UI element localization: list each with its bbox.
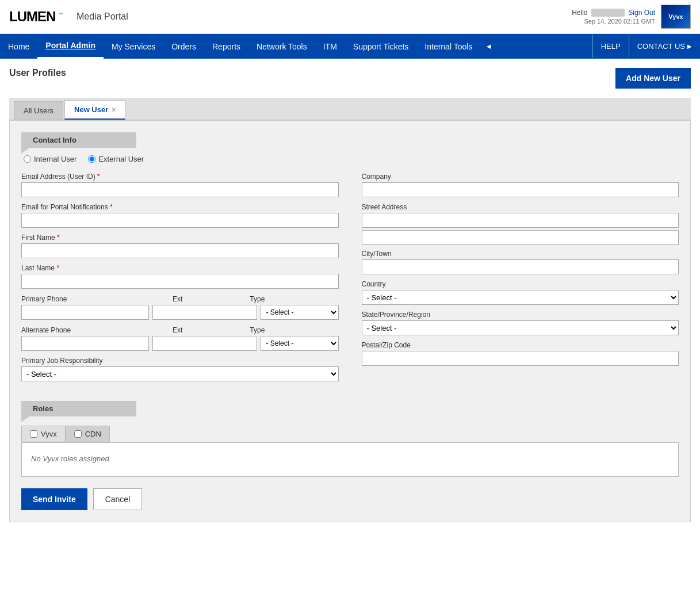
primary-phone-group: Primary Phone Ext Type - Select - (21, 294, 339, 320)
postal-label: Postal/Zip Code (362, 341, 679, 349)
form-container: Contact Info Internal User External User (9, 120, 691, 522)
type-label-primary: Type (250, 295, 265, 303)
nav-item-support-tickets[interactable]: Support Tickets (345, 35, 417, 58)
ext-label-alt: Ext (173, 326, 182, 334)
external-user-radio-label[interactable]: External User (88, 155, 144, 163)
tab-new-user[interactable]: New User × (64, 100, 125, 120)
company-input[interactable] (362, 182, 679, 197)
primary-phone-label: Primary Phone (21, 295, 67, 303)
job-resp-select[interactable]: - Select - (21, 366, 339, 381)
job-resp-group: Primary Job Responsibility - Select - (21, 357, 339, 381)
last-name-input[interactable] (21, 274, 339, 289)
city-town-label: City/Town (362, 250, 679, 258)
nav-item-reports[interactable]: Reports (204, 35, 248, 58)
form-right-col: Company Street Address City/Town Country (362, 173, 679, 387)
section-title-contact: Contact Info (21, 132, 136, 148)
nav-item-portal-admin[interactable]: Portal Admin (37, 34, 104, 59)
nav-item-internal-tools[interactable]: Internal Tools (416, 35, 480, 58)
nav-overflow-icon[interactable]: ◄ (480, 35, 497, 58)
email-portal-required-star: * (110, 203, 113, 211)
type-label-alt: Type (250, 326, 265, 334)
primary-phone-input[interactable] (21, 305, 149, 320)
email-input[interactable] (21, 182, 339, 197)
alternate-phone-group: Alternate Phone Ext Type - Select - (21, 326, 339, 351)
section-title-roles: Roles (21, 401, 136, 416)
hello-row: Hello ■■■■■■■ Sign Out (572, 9, 655, 17)
internal-user-label: Internal User (34, 155, 76, 163)
nav-item-contact-us[interactable]: CONTACT US ▶ (629, 35, 700, 58)
email-portal-input[interactable] (21, 213, 339, 228)
cancel-button[interactable]: Cancel (93, 488, 143, 510)
nav-item-home[interactable]: Home (0, 35, 37, 58)
hello-label: Hello (572, 9, 587, 17)
add-new-user-button[interactable]: Add New User (615, 68, 691, 89)
external-user-radio[interactable] (88, 155, 95, 163)
header-right: Hello ■■■■■■■ Sign Out Sep 14, 2020 02:1… (572, 5, 691, 29)
username: ■■■■■■■ (591, 9, 625, 17)
state-select[interactable]: - Select - (362, 320, 679, 335)
header-left: LUMEN ™ Media Portal (9, 9, 128, 25)
cdn-checkbox[interactable] (74, 430, 82, 438)
portal-title: Media Portal (76, 12, 128, 22)
street-address-input-1[interactable] (362, 213, 679, 228)
street-address-group: Street Address (362, 203, 679, 245)
alternate-phone-ext-input[interactable] (152, 336, 257, 351)
street-address-input-2[interactable] (362, 230, 679, 245)
country-select[interactable]: - Select - (362, 290, 679, 305)
nav-item-network-tools[interactable]: Network Tools (248, 35, 315, 58)
nav-item-help[interactable]: HELP (593, 35, 629, 58)
nav-right-group: HELP CONTACT US ▶ (592, 35, 700, 58)
nav-item-itm[interactable]: ITM (315, 35, 345, 58)
email-portal-label: Email for Portal Notifications * (21, 203, 339, 211)
nav-item-orders[interactable]: Orders (163, 35, 204, 58)
lumen-logo: LUMEN ™ (9, 9, 63, 25)
internal-user-radio-label[interactable]: Internal User (24, 155, 76, 163)
contact-info-header: Contact Info (21, 132, 679, 148)
phone-labels-row: Primary Phone Ext Type (21, 294, 339, 303)
alternate-phone-input[interactable] (21, 336, 149, 351)
postal-group: Postal/Zip Code (362, 341, 679, 366)
alternate-phone-label: Alternate Phone (21, 326, 71, 334)
city-town-input[interactable] (362, 259, 679, 274)
contact-info-section: Contact Info Internal User External User (21, 132, 679, 387)
send-invite-button[interactable]: Send Invite (21, 488, 87, 510)
first-name-label: First Name * (21, 234, 339, 242)
last-name-required-star: * (56, 264, 59, 272)
form-columns: Email Address (User ID) * Email for Port… (21, 173, 679, 387)
header: LUMEN ™ Media Portal Hello ■■■■■■■ Sign … (0, 0, 700, 34)
internal-user-radio[interactable] (24, 155, 31, 163)
first-name-required-star: * (57, 234, 60, 242)
alternate-phone-type-select[interactable]: - Select - (261, 336, 338, 351)
tab-new-user-label: New User (74, 105, 108, 114)
main-nav: Home Portal Admin My Services Orders Rep… (0, 34, 700, 59)
date-time: Sep 14, 2020 02:11 GMT (584, 18, 655, 25)
vyvx-checkbox[interactable] (30, 430, 37, 438)
form-actions: Send Invite Cancel (21, 488, 679, 510)
country-label: Country (362, 280, 679, 288)
email-required-star: * (97, 173, 100, 181)
last-name-group: Last Name * (21, 264, 339, 289)
tab-all-users[interactable]: All Users (14, 101, 63, 120)
sign-out-link[interactable]: Sign Out (628, 9, 655, 17)
first-name-input[interactable] (21, 243, 339, 258)
vyvx-tab-label: Vyvx (41, 430, 57, 438)
postal-input[interactable] (362, 351, 679, 366)
nav-item-my-services[interactable]: My Services (104, 35, 163, 58)
page-title: User Profiles (9, 68, 66, 78)
external-user-label: External User (98, 155, 144, 163)
vyvx-logo-box: Vyvx (661, 5, 691, 29)
roles-tab-vyvx[interactable]: Vyvx (21, 426, 66, 442)
page-content: User Profiles Add New User All Users New… (0, 59, 700, 531)
street-address-label: Street Address (362, 203, 679, 211)
primary-phone-ext-input[interactable] (152, 305, 257, 320)
tabs-bar: All Users New User × (9, 98, 691, 120)
cdn-tab-label: CDN (85, 430, 101, 438)
alt-phone-inputs: - Select - (21, 336, 339, 351)
primary-phone-type-select[interactable]: - Select - (261, 305, 338, 320)
roles-tabs-row: Vyvx CDN (21, 426, 679, 442)
header-user-info: Hello ■■■■■■■ Sign Out Sep 14, 2020 02:1… (572, 9, 655, 25)
roles-tab-cdn[interactable]: CDN (66, 426, 110, 442)
first-name-group: First Name * (21, 234, 339, 258)
roles-content-area: No Vyvx roles assigned. (21, 442, 679, 477)
tab-close-icon[interactable]: × (112, 106, 116, 113)
